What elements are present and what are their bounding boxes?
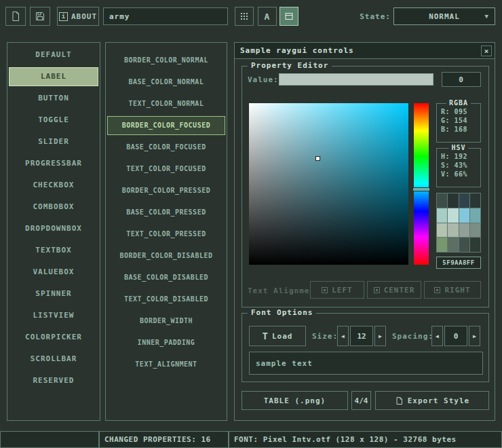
controls-list-item[interactable]: TEXTBOX [9, 241, 98, 260]
color-swatch[interactable] [448, 223, 458, 238]
sample-text-input[interactable]: sample text [249, 352, 483, 375]
properties-list-item[interactable]: BASE_COLOR_FOCUSED [107, 138, 225, 157]
properties-list-item[interactable]: BORDER_COLOR_PRESSED [107, 181, 225, 200]
page-indicator: 4/4 [351, 391, 371, 410]
color-swatch[interactable] [459, 238, 469, 252]
table-export-label: TABLE (.png) [264, 396, 326, 405]
properties-list-item[interactable]: BASE_COLOR_PRESSED [107, 203, 225, 222]
properties-list-item[interactable]: TEXT_COLOR_NORMAL [107, 94, 225, 113]
rgba-box: RGBA R: 095 G: 154 B: 168 [436, 103, 481, 143]
color-swatch[interactable] [437, 208, 447, 223]
hsv-v-value: V: 66% [437, 169, 480, 178]
color-swatch[interactable] [437, 193, 447, 208]
size-decrement-button[interactable]: ◀ [337, 326, 349, 346]
align-left-label: LEFT [332, 286, 353, 295]
properties-list-item[interactable]: TEXT_COLOR_DISABLED [107, 290, 225, 309]
state-label: State: [353, 12, 391, 21]
property-editor-label: Property Editor [248, 61, 332, 70]
value-button[interactable]: 0 [442, 72, 481, 87]
table-window-icon [284, 11, 294, 22]
properties-list-item[interactable]: BORDER_COLOR_DISABLED [107, 246, 225, 265]
value-input[interactable] [279, 73, 433, 86]
controls-list-item[interactable]: DROPDOWNBOX [9, 219, 98, 238]
state-dropdown[interactable]: NORMAL ▼ [393, 7, 495, 25]
statusbar-changed-properties: CHANGED PROPERTIES: 16 [99, 431, 229, 448]
controls-list-item[interactable]: LISTVIEW [9, 306, 98, 325]
align-center-icon [374, 287, 380, 293]
controls-list-item[interactable]: LABEL [9, 67, 98, 86]
color-swatch[interactable] [448, 193, 458, 208]
export-icon [395, 396, 404, 405]
save-file-button[interactable] [30, 7, 50, 26]
controls-list-item[interactable]: TOGGLE [9, 111, 98, 130]
color-swatch[interactable] [459, 208, 469, 223]
properties-list-item[interactable]: TEXT_ALIGNMENT [107, 355, 225, 374]
hex-value-box[interactable]: 5F9AA8FF [436, 257, 481, 269]
colorpicker-cursor[interactable] [315, 156, 320, 161]
color-swatch[interactable] [448, 238, 458, 252]
hue-slider-handle[interactable] [412, 187, 430, 191]
color-swatch[interactable] [470, 223, 480, 238]
color-swatch[interactable] [470, 208, 480, 223]
save-file-icon [35, 11, 45, 22]
controls-list-item[interactable]: RESERVED [9, 371, 98, 390]
controls-list-item[interactable]: COMBOBOX [9, 198, 98, 217]
controls-list-item[interactable]: VALUEBOX [9, 263, 98, 282]
color-swatch[interactable] [437, 238, 447, 252]
rgba-b-value: B: 168 [437, 124, 480, 133]
controls-list-item[interactable]: SCROLLBAR [9, 350, 98, 369]
properties-list-item[interactable]: BASE_COLOR_NORMAL [107, 73, 225, 92]
font-load-button[interactable]: T Load [249, 326, 306, 346]
table-export-button[interactable]: TABLE (.png) [242, 391, 348, 410]
about-button[interactable]: i ABOUT [57, 7, 99, 26]
spacing-decrement-button[interactable]: ◀ [431, 326, 443, 346]
properties-list-item[interactable]: BORDER_COLOR_FOCUSED [107, 116, 225, 135]
properties-list-item[interactable]: TEXT_COLOR_FOCUSED [107, 160, 225, 179]
color-swatches [436, 193, 481, 253]
controls-list: DEFAULTLABELBUTTONTOGGLESLIDERPROGRESSBA… [7, 43, 100, 420]
new-file-button[interactable] [5, 7, 26, 26]
controls-list-item[interactable]: SLIDER [9, 132, 98, 151]
controls-list-item[interactable]: CHECKBOX [9, 176, 98, 195]
spacing-value[interactable]: 0 [444, 326, 467, 346]
style-name-input[interactable]: army [103, 7, 228, 25]
properties-list-item[interactable]: INNER_PADDING [107, 333, 225, 352]
window-titlebar[interactable]: Sample raygui controls × [235, 43, 495, 59]
color-swatch[interactable] [437, 223, 447, 238]
align-right-button[interactable]: RIGHT [424, 281, 481, 299]
properties-list-item[interactable]: BORDER_WIDTH [107, 312, 225, 331]
export-style-button[interactable]: Export Style [375, 391, 489, 410]
close-button[interactable]: × [481, 45, 492, 56]
align-center-label: CENTER [384, 286, 415, 295]
color-swatch[interactable] [448, 208, 458, 223]
properties-list: BORDER_COLOR_NORMALBASE_COLOR_NORMALTEXT… [106, 43, 227, 420]
controls-list-item[interactable]: PROGRESSBAR [9, 154, 98, 173]
style-table-button[interactable] [279, 7, 298, 26]
spacing-increment-button[interactable]: ▶ [469, 326, 480, 346]
color-swatch[interactable] [459, 193, 469, 208]
color-swatch[interactable] [459, 223, 469, 238]
color-swatch[interactable] [470, 193, 480, 208]
font-preview-button[interactable]: A [258, 7, 277, 26]
colorpicker-hue-bar[interactable] [414, 103, 429, 265]
color-swatch[interactable] [470, 238, 480, 252]
align-left-button[interactable]: LEFT [310, 281, 364, 299]
controls-list-item[interactable]: DEFAULT [9, 45, 98, 64]
colorpicker-sv-area[interactable] [249, 103, 408, 265]
controls-list-item[interactable]: COLORPICKER [9, 328, 98, 347]
properties-list-item[interactable]: TEXT_COLOR_PRESSED [107, 225, 225, 244]
size-value[interactable]: 12 [350, 326, 373, 346]
properties-list-item[interactable]: BASE_COLOR_DISABLED [107, 268, 225, 287]
property-editor-group: Property Editor Value: 0 RGBA R: 095 G: … [242, 66, 489, 307]
hsv-s-value: S: 43% [437, 160, 480, 169]
size-label: Size: [312, 332, 338, 341]
properties-list-item[interactable]: BORDER_COLOR_NORMAL [107, 51, 225, 70]
spacing-label: Spacing: [392, 332, 433, 341]
hsv-label: HSV [448, 144, 468, 151]
controls-list-item[interactable]: SPINNER [9, 284, 98, 303]
align-center-button[interactable]: CENTER [367, 281, 421, 299]
grid-view-button[interactable] [235, 7, 254, 26]
font-load-label: Load [272, 332, 293, 341]
controls-list-item[interactable]: BUTTON [9, 89, 98, 108]
size-increment-button[interactable]: ▶ [374, 326, 386, 346]
